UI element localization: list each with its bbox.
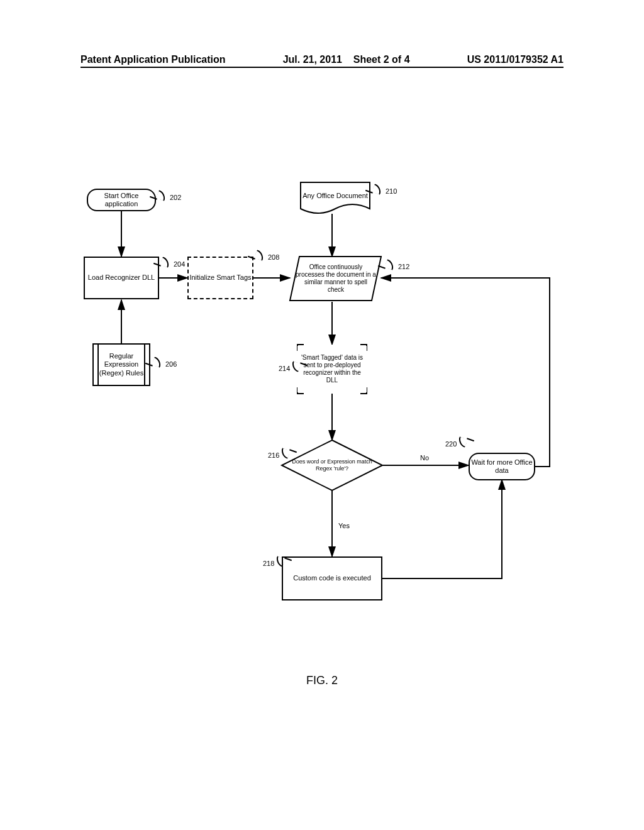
node-load-recognizer: Load Recognizer DLL (84, 257, 159, 299)
header-left: Patent Application Publication (80, 54, 226, 65)
callout-icon (372, 184, 383, 195)
node-wait-more-data: Wait for more Office data (469, 453, 535, 480)
callout-icon (457, 436, 468, 448)
label-216: 216 (268, 451, 279, 459)
header-pubno: US 2011/0179352 A1 (467, 54, 564, 65)
figure-caption: FIG. 2 (0, 674, 644, 687)
label-210: 210 (386, 187, 397, 195)
edge-yes: Yes (338, 522, 350, 529)
label-204: 204 (174, 260, 185, 268)
label-206: 206 (165, 360, 177, 368)
label-202: 202 (170, 194, 181, 201)
edge-no: No (420, 454, 429, 462)
node-any-office-doc: Any Office Document (301, 184, 370, 208)
flowchart: Start Office application 202 Load Recogn… (80, 176, 564, 654)
node-regex-rules: Regular Expression (Regex) Rules (94, 343, 149, 386)
callout-icon (384, 259, 396, 270)
node-custom-code: Custom code is executed (282, 556, 382, 600)
node-smart-tagged-sent: 'Smart Tagged' data is sent to pre-deplo… (297, 346, 367, 392)
callout-icon (156, 190, 167, 201)
header-rule (80, 67, 564, 68)
callout-icon (152, 357, 163, 368)
label-208: 208 (268, 253, 279, 261)
label-218: 218 (263, 560, 274, 567)
page-header: Patent Application Publication Jul. 21, … (0, 54, 644, 65)
label-220: 220 (445, 440, 457, 448)
callout-icon (160, 257, 171, 268)
callout-icon (254, 250, 265, 261)
header-date: Jul. 21, 2011 Sheet 2 of 4 (283, 54, 410, 65)
node-decision-match: Does word or Expression match Regex 'rul… (289, 451, 375, 479)
node-start-office: Start Office application (87, 189, 156, 211)
label-212: 212 (398, 263, 409, 270)
node-office-process: Office continuously processes the docume… (296, 258, 376, 299)
label-214: 214 (279, 365, 290, 372)
node-init-smart-tags: Initialize Smart Tags (187, 257, 253, 299)
